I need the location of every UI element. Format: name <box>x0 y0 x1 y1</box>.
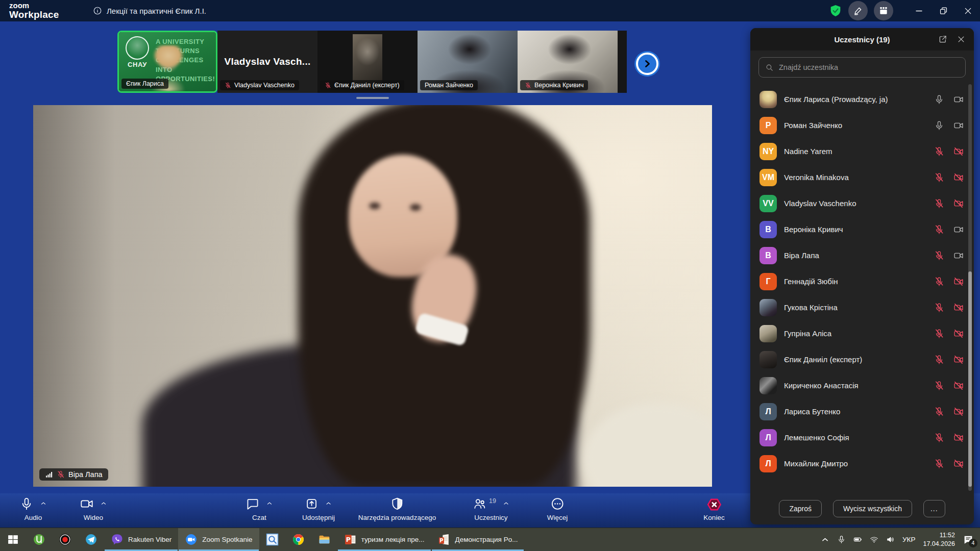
close-button[interactable] <box>955 0 980 21</box>
taskbar-item-ppt-lecture[interactable]: P туризм лекція пре... <box>337 528 431 551</box>
mic-icon <box>20 497 34 511</box>
speaker-icon[interactable] <box>886 535 895 544</box>
maximize-button[interactable] <box>931 0 955 21</box>
toolbar-chat-button[interactable]: Czat <box>246 497 273 521</box>
main-video-tile[interactable]: Віра Лапа <box>33 105 712 487</box>
participant-row[interactable]: Л Лемешенко Софія <box>750 424 974 450</box>
participant-name: Єпик Даниіл (експерт) <box>784 355 925 364</box>
minimize-button[interactable] <box>906 0 931 21</box>
avatar: P <box>760 117 777 134</box>
toolbar-button-label: Uczestnicy <box>474 514 507 521</box>
toolbar-video-button[interactable]: Wideo <box>80 497 107 521</box>
close-panel-icon[interactable] <box>957 35 966 44</box>
annotate-button[interactable] <box>848 1 868 20</box>
toolbar-audio-button[interactable]: Audio <box>20 497 47 521</box>
thumbnail-name: Єпик Лариса <box>126 80 164 87</box>
partial-thumbnail <box>618 31 627 93</box>
avatar: Л <box>760 429 777 446</box>
participants-panel-header: Uczestnicy (19) <box>750 28 974 51</box>
toolbar-participants-button[interactable]: 19 Uczestnicy <box>473 497 509 521</box>
taskbar-item-viber[interactable]: Rakuten Viber <box>104 528 178 551</box>
mic-muted-icon <box>934 251 944 261</box>
share-icon <box>305 497 318 511</box>
participant-row[interactable]: В Віра Лапа <box>750 242 974 268</box>
participant-row[interactable]: P Роман Зайченко <box>750 112 974 138</box>
info-icon[interactable] <box>93 6 102 15</box>
toolbar-end-button[interactable]: Koniec <box>703 497 724 521</box>
notification-center-icon[interactable]: 4 <box>963 534 974 545</box>
chevron-up-icon[interactable] <box>503 500 509 507</box>
participant-row[interactable]: VV Vladyslav Vaschenko <box>750 190 974 216</box>
taskbar-item-telegram[interactable] <box>78 528 104 551</box>
powerpoint-show-icon: P <box>438 533 451 546</box>
taskbar-item-zoom[interactable]: Zoom Spotkanie <box>178 528 259 551</box>
cam-icon <box>953 224 964 235</box>
meeting-title: Лекції та практичні Єпик Л.І. <box>107 7 206 15</box>
mute-all-button[interactable]: Wycisz wszystkich <box>833 500 912 517</box>
participant-row[interactable]: VM Veronika Minakova <box>750 164 974 190</box>
restore-icon <box>939 6 948 16</box>
viber-icon <box>111 533 124 546</box>
taskbar-item-utorrent[interactable] <box>26 528 52 551</box>
wifi-icon[interactable] <box>870 535 878 544</box>
chat-icon <box>246 497 260 511</box>
shield-icon <box>390 497 404 511</box>
tray-mic-icon[interactable] <box>837 535 846 544</box>
tray-chevron-up-icon[interactable] <box>821 535 829 544</box>
participant-row[interactable]: Єпик Даниіл (експерт) <box>750 346 974 372</box>
taskbar-item-chrome[interactable] <box>285 528 311 551</box>
cam-off-icon <box>953 198 964 209</box>
toolbar-share-button[interactable]: Udostępnij <box>302 497 335 521</box>
mic-muted-icon <box>934 381 944 391</box>
participant-name: Лариса Бутенко <box>784 407 925 416</box>
participant-row[interactable]: Г Геннадій Зюбін <box>750 268 974 294</box>
clock[interactable]: 11:52 17.04.2026 <box>923 531 955 548</box>
thumbnail-yepyk-daniil[interactable]: Єпик Даниіл (експерт) <box>317 31 418 93</box>
participant-row[interactable]: Кириченко Анастасія <box>750 372 974 398</box>
panel-more-button[interactable]: ... <box>923 500 945 517</box>
toolbar-more-button[interactable]: Więcej <box>547 497 568 521</box>
avatar: Г <box>760 273 777 290</box>
thumbnail-roman-zaichenko[interactable]: Роман Зайченко <box>418 31 518 93</box>
chevron-up-icon[interactable] <box>40 500 47 507</box>
taskbar-item-explorer[interactable] <box>311 528 337 551</box>
avatar <box>760 91 777 108</box>
toolbar-host-tools-button[interactable]: Narzędzia prowadzącego <box>358 497 436 521</box>
windows-taskbar: Rakuten Viber Zoom Spotkanie P туризм ле… <box>0 528 980 551</box>
encryption-shield-icon[interactable] <box>829 4 842 17</box>
participant-row[interactable]: Л Михайлик Дмитро <box>750 450 974 477</box>
toolbar-button-label: Czat <box>252 514 266 521</box>
taskbar-item-label: Zoom Spotkanie <box>202 536 252 543</box>
taskbar-start-button[interactable] <box>0 528 26 551</box>
participant-row[interactable]: NY Nadine Yarem <box>750 138 974 164</box>
filmstrip-resize-handle[interactable] <box>356 97 389 99</box>
apps-button[interactable] <box>874 1 893 20</box>
speaker-eye <box>369 203 380 209</box>
next-page-button[interactable] <box>636 53 658 75</box>
participant-row[interactable]: Гупріна Аліса <box>750 320 974 346</box>
battery-icon[interactable] <box>853 535 862 544</box>
avatar <box>760 325 777 342</box>
participant-row[interactable]: В Вероніка Кривич <box>750 216 974 242</box>
participant-row[interactable]: Л Лариса Бутенко <box>750 398 974 424</box>
chevron-up-icon[interactable] <box>266 500 273 507</box>
participant-row[interactable]: Єпик Лариса (Prowadzący, ja) <box>750 86 974 112</box>
thumbnail-yepyk-larysa[interactable]: СНАУ A UNIVERSITY THAT TURNS CHALLENGES … <box>117 31 217 93</box>
thumbnail-veronika-kryvych[interactable]: Вероніка Кривич <box>518 31 618 93</box>
panel-scrollbar-thumb[interactable] <box>968 271 972 487</box>
invite-button[interactable]: Zaproś <box>779 500 822 517</box>
cam-off-icon <box>953 329 964 339</box>
chevron-up-icon[interactable] <box>325 500 332 507</box>
taskbar-item-search[interactable] <box>259 528 285 551</box>
taskbar-item-recorder[interactable] <box>52 528 78 551</box>
chevron-up-icon[interactable] <box>101 500 107 507</box>
thumbnail-vladyslav-vaschenko[interactable]: Vladyslav Vasch... Vladyslav Vaschenko <box>217 31 317 93</box>
panel-scrollbar <box>968 84 972 491</box>
participant-row[interactable]: Гукова Крістіна <box>750 294 974 320</box>
search-participant-input[interactable] <box>778 63 959 72</box>
popout-icon[interactable] <box>938 35 947 44</box>
taskbar-item-ppt-show[interactable]: P Демонстрация Po... <box>431 528 525 551</box>
participant-name: Роман Зайченко <box>784 121 925 130</box>
language-indicator[interactable]: УКР <box>902 536 915 543</box>
mic-muted-icon <box>225 82 231 89</box>
